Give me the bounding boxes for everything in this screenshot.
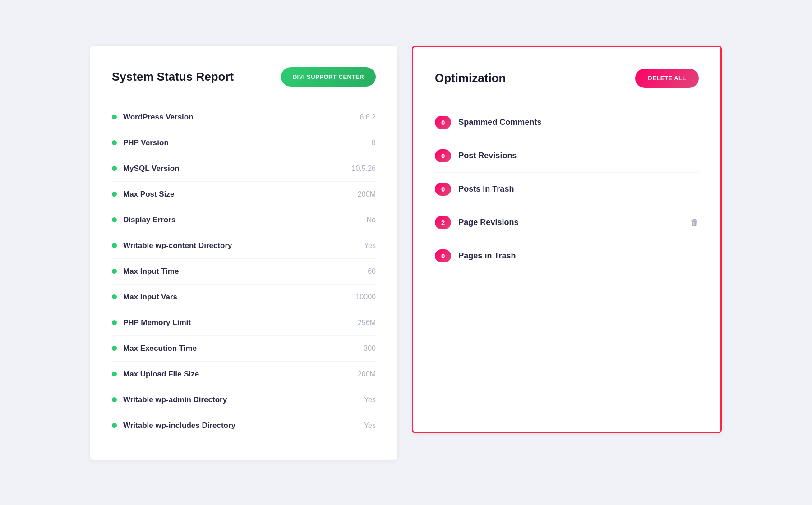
status-item: Max Post Size 200M [112,182,376,207]
status-label-3: Max Post Size [112,190,174,199]
status-label-1: PHP Version [112,138,169,147]
opt-badge-1: 0 [435,149,451,162]
opt-item: 0 Post Revisions [435,139,699,173]
trash-icon-3[interactable] [690,217,699,227]
status-label-2: MySQL Version [112,164,179,173]
status-item: MySQL Version 10.5.26 [112,156,376,182]
opt-item: 0 Posts in Trash [435,173,699,206]
status-label-4: Display Errors [112,216,175,225]
status-value-1: 8 [372,139,376,147]
opt-label-1: Post Revisions [458,151,699,161]
opt-item: 0 Spammed Comments [435,106,699,139]
opt-badge-3: 2 [435,216,451,229]
status-item: PHP Version 8 [112,130,376,156]
status-item: Writable wp-content Directory Yes [112,233,376,259]
status-dot-2 [112,166,117,171]
status-item: Max Input Vars 10000 [112,285,376,310]
delete-all-button[interactable]: DELETE ALL [635,69,699,88]
opt-item: 2 Page Revisions [435,206,699,239]
status-dot-11 [112,397,117,402]
status-value-11: Yes [364,396,376,404]
status-dot-3 [112,192,117,197]
status-label-6: Max Input Time [112,267,179,276]
right-panel: Optimization DELETE ALL 0 Spammed Commen… [412,46,722,433]
status-value-2: 10.5.26 [352,165,376,173]
status-dot-10 [112,372,117,376]
status-value-10: 200M [358,370,376,378]
status-item: WordPress Version 6.6.2 [112,105,376,130]
status-value-4: No [367,216,376,224]
status-dot-0 [112,115,117,119]
status-label-11: Writable wp-admin Directory [112,395,227,404]
status-value-5: Yes [364,242,376,250]
status-item: PHP Memory Limit 256M [112,310,376,336]
status-value-7: 10000 [356,293,376,301]
status-value-3: 200M [358,190,376,198]
status-dot-7 [112,294,117,299]
status-label-8: PHP Memory Limit [112,318,191,327]
status-value-0: 6.6.2 [360,113,376,121]
status-item: Display Errors No [112,207,376,233]
status-item: Max Execution Time 300 [112,336,376,362]
opt-label-0: Spammed Comments [458,118,699,127]
status-dot-9 [112,346,117,351]
opt-label-2: Posts in Trash [458,184,699,194]
status-value-6: 60 [368,267,376,275]
status-dot-8 [112,320,117,325]
status-item: Writable wp-includes Directory Yes [112,413,376,438]
opt-badge-4: 0 [435,249,451,262]
opt-badge-2: 0 [435,183,451,196]
left-header: System Status Report DIVI SUPPORT CENTER [112,67,376,87]
status-item: Max Input Time 60 [112,259,376,285]
status-item: Writable wp-admin Directory Yes [112,387,376,413]
optimization-list: 0 Spammed Comments 0 Post Revisions 0 Po… [435,106,699,272]
right-panel-title: Optimization [435,71,506,85]
status-label-5: Writable wp-content Directory [112,241,232,250]
status-label-12: Writable wp-includes Directory [112,421,235,430]
status-label-10: Max Upload File Size [112,370,199,379]
opt-badge-0: 0 [435,116,451,129]
main-container: System Status Report DIVI SUPPORT CENTER… [90,46,722,460]
status-dot-6 [112,269,117,274]
opt-label-3: Page Revisions [458,218,683,227]
left-panel-title: System Status Report [112,70,234,84]
left-panel: System Status Report DIVI SUPPORT CENTER… [90,46,397,460]
status-dot-5 [112,243,117,248]
status-value-8: 256M [358,319,376,327]
opt-item: 0 Pages in Trash [435,239,699,272]
status-label-0: WordPress Version [112,113,194,122]
status-dot-12 [112,423,117,428]
status-dot-4 [112,217,117,222]
status-list: WordPress Version 6.6.2 PHP Version 8 My… [112,105,376,438]
status-item: Max Upload File Size 200M [112,362,376,387]
status-dot-1 [112,140,117,145]
opt-label-4: Pages in Trash [458,251,699,261]
status-value-12: Yes [364,422,376,430]
status-value-9: 300 [364,344,376,353]
support-center-button[interactable]: DIVI SUPPORT CENTER [281,67,376,87]
status-label-7: Max Input Vars [112,293,177,302]
status-label-9: Max Execution Time [112,344,197,353]
right-header: Optimization DELETE ALL [435,69,699,88]
